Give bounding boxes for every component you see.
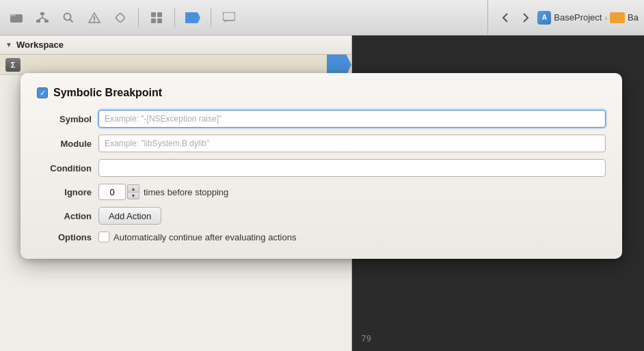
- symbol-row: Symbol: [37, 110, 606, 128]
- times-label: times before stopping: [144, 187, 228, 197]
- right-panel-inner: [352, 36, 644, 41]
- chat-icon[interactable]: [218, 7, 240, 29]
- breakpoint-diamond-icon[interactable]: [109, 7, 131, 29]
- main-area: ▼ Workspace Σ 69 70 ✓ Symbolic Breakpoin…: [0, 36, 644, 351]
- options-text: Automatically continue after evaluating …: [113, 232, 296, 242]
- svg-point-12: [94, 20, 95, 22]
- popover-title-row: ✓ Symbolic Breakpoint: [37, 87, 606, 99]
- disclosure-triangle[interactable]: ▼: [5, 41, 12, 48]
- arrow-tag: [327, 55, 351, 75]
- condition-input[interactable]: [98, 159, 606, 177]
- ignore-stepper-input[interactable]: [98, 184, 126, 200]
- breadcrumb-project-name[interactable]: BaseProject: [554, 12, 602, 23]
- warning-icon[interactable]: [83, 7, 105, 29]
- toolbar-right: A BaseProject › Ba: [487, 0, 639, 35]
- module-label: Module: [37, 139, 98, 149]
- breakpoint-row: Σ: [0, 55, 351, 75]
- options-label: Options: [37, 232, 98, 242]
- svg-rect-15: [157, 12, 162, 17]
- svg-rect-14: [151, 12, 156, 17]
- svg-rect-3: [36, 20, 40, 23]
- action-row: Action Add Action: [37, 207, 606, 225]
- svg-rect-1: [10, 14, 16, 16]
- line-num-79: 79: [352, 334, 377, 343]
- panel-title: Workspace: [16, 40, 64, 50]
- stepper-down-button[interactable]: ▼: [127, 192, 139, 199]
- toolbar-left: [5, 7, 485, 29]
- condition-row: Condition: [37, 159, 606, 177]
- action-label: Action: [37, 211, 98, 221]
- breadcrumb-project-icon: A: [537, 11, 551, 25]
- ignore-label: Ignore: [37, 187, 98, 197]
- svg-rect-2: [40, 12, 44, 15]
- bookmark-tag-icon[interactable]: [182, 7, 204, 29]
- toolbar: A BaseProject › Ba: [0, 0, 644, 36]
- stepper-up-button[interactable]: ▲: [127, 184, 139, 192]
- code-line-79: 79: [352, 332, 644, 346]
- module-input[interactable]: [98, 135, 606, 152]
- nav-forward-button[interactable]: [517, 9, 535, 27]
- options-checkbox[interactable]: [98, 231, 109, 242]
- svg-line-6: [38, 18, 42, 20]
- enabled-checkbox[interactable]: ✓: [37, 87, 48, 98]
- grid-icon[interactable]: [146, 7, 167, 29]
- nav-back-button[interactable]: [496, 9, 514, 27]
- svg-rect-16: [151, 18, 156, 23]
- bottom-line-numbers: 79: [352, 332, 644, 346]
- svg-point-8: [64, 13, 71, 20]
- symbolic-breakpoint-popover: ✓ Symbolic Breakpoint Symbol Module Cond…: [21, 73, 622, 259]
- svg-rect-4: [44, 20, 49, 23]
- svg-line-7: [42, 18, 46, 20]
- ignore-row: Ignore ▲ ▼ times before stopping: [37, 184, 606, 200]
- toolbar-divider: [138, 8, 139, 27]
- panel-header: ▼ Workspace: [0, 36, 351, 55]
- left-panel: ▼ Workspace Σ 69 70 ✓ Symbolic Breakpoin…: [0, 36, 352, 351]
- breadcrumb: A BaseProject › Ba: [537, 11, 639, 25]
- breadcrumb-folder-name[interactable]: Ba: [628, 12, 639, 23]
- toolbar-divider-3: [211, 8, 211, 27]
- symbol-label: Symbol: [37, 114, 98, 124]
- folder-icon[interactable]: [5, 7, 27, 29]
- symbol-input[interactable]: [98, 110, 606, 128]
- hierarchy-icon[interactable]: [31, 7, 53, 29]
- stepper-buttons: ▲ ▼: [127, 184, 139, 199]
- breadcrumb-folder-icon: [610, 12, 625, 23]
- svg-rect-19: [223, 12, 235, 20]
- options-row: Options Automatically continue after eva…: [37, 231, 606, 242]
- add-action-button[interactable]: Add Action: [98, 207, 161, 225]
- svg-rect-17: [157, 18, 162, 23]
- popover-title: Symbolic Breakpoint: [53, 87, 162, 99]
- sigma-icon: Σ: [5, 58, 21, 72]
- search-icon[interactable]: [57, 7, 79, 29]
- svg-line-9: [70, 19, 73, 22]
- stepper-group: ▲ ▼: [98, 184, 139, 200]
- breadcrumb-chevron: ›: [604, 14, 607, 22]
- module-row: Module: [37, 135, 606, 152]
- condition-label: Condition: [37, 163, 98, 173]
- svg-rect-13: [116, 12, 125, 22]
- toolbar-divider-2: [174, 8, 175, 27]
- svg-marker-18: [185, 12, 200, 23]
